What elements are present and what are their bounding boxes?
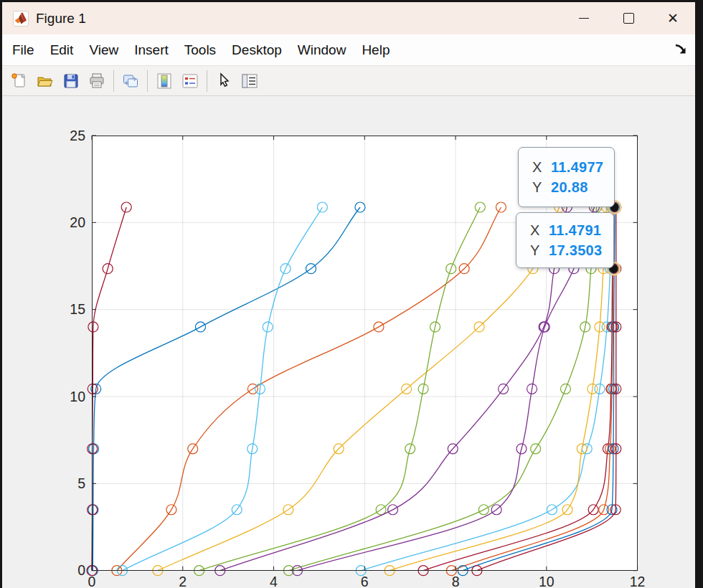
link-plot-button[interactable]	[118, 70, 143, 93]
save-figure-icon	[62, 72, 80, 90]
x-tick-label: 4	[270, 574, 278, 588]
y-tick-label: 20	[70, 214, 85, 230]
toolbar-separator	[207, 70, 207, 92]
x-tick-label: 6	[361, 574, 369, 588]
menu-item-desktop[interactable]: Desktop	[224, 35, 290, 65]
datatip-2[interactable]: X11.4791Y17.3503	[516, 212, 614, 268]
edit-plot-icon	[214, 72, 233, 90]
close-button[interactable]: ✕	[651, 2, 695, 34]
menu-item-tools[interactable]: Tools	[176, 35, 224, 65]
datatip-coord-label: Y	[530, 242, 549, 259]
toolbar-separator	[147, 70, 148, 92]
x-tick-label: 2	[179, 574, 187, 588]
y-tick-label: 5	[77, 475, 85, 491]
print-figure-button[interactable]	[84, 70, 110, 93]
menu-item-help[interactable]: Help	[354, 35, 397, 65]
dock-figure-arrow-icon[interactable]	[674, 43, 688, 57]
open-file-button[interactable]	[32, 70, 58, 93]
x-tick-label: 0	[88, 574, 96, 588]
toolbar-separator	[113, 70, 114, 92]
figure-toolbar	[2, 66, 695, 96]
window-title: Figure 1	[36, 11, 86, 27]
edit-plot-button[interactable]	[211, 70, 237, 93]
datatip-row: Y17.3503	[530, 242, 613, 259]
insert-legend-icon	[181, 72, 199, 90]
open-file-icon	[36, 72, 55, 90]
insert-legend-button[interactable]	[177, 70, 203, 93]
datatip-coord-label: X	[530, 222, 549, 239]
datatip-row: X11.4977	[532, 159, 614, 176]
new-figure-icon	[10, 72, 29, 90]
menubar: FileEditViewInsertToolsDesktopWindowHelp	[2, 34, 695, 66]
y-tick-label: 15	[70, 301, 85, 317]
datatip-coord-label: X	[532, 159, 551, 176]
menu-item-window[interactable]: Window	[290, 35, 354, 65]
property-editor-icon	[240, 72, 259, 90]
y-tick-label: 25	[70, 128, 85, 143]
x-tick-label: 12	[630, 574, 646, 588]
link-plot-icon	[121, 72, 140, 90]
maximize-button[interactable]	[606, 2, 651, 34]
insert-colorbar-icon	[155, 72, 174, 90]
x-tick-label: 10	[539, 574, 555, 588]
figure-window: Figure 1 ✕ FileEditViewInsertToolsDeskto…	[2, 2, 695, 588]
datatip-coord-label: Y	[532, 179, 551, 196]
minimize-button[interactable]	[562, 2, 606, 34]
datatip-row: Y20.88	[532, 179, 614, 196]
datatip-1[interactable]: X11.4977Y20.88	[518, 147, 615, 207]
figure-content: 0246810120510152025 X11.4977Y20.88X11.47…	[2, 96, 695, 588]
insert-colorbar-button[interactable]	[151, 70, 177, 93]
datatip-row: X11.4791	[530, 222, 613, 239]
y-tick-label: 0	[77, 562, 85, 578]
y-tick-label: 10	[70, 389, 85, 404]
print-figure-icon	[88, 72, 106, 90]
datatip-coord-value: 11.4791	[549, 222, 601, 239]
datatip-coord-value: 17.3503	[549, 242, 602, 259]
menu-item-edit[interactable]: Edit	[42, 35, 82, 65]
titlebar[interactable]: Figure 1 ✕	[2, 2, 695, 34]
menu-item-insert[interactable]: Insert	[126, 35, 176, 65]
menu-item-view[interactable]: View	[81, 35, 126, 65]
x-tick-label: 8	[452, 574, 460, 588]
menu-item-file[interactable]: File	[2, 35, 42, 65]
datatip-coord-value: 20.88	[551, 179, 588, 196]
save-figure-button[interactable]	[58, 70, 84, 93]
window-controls: ✕	[562, 2, 695, 34]
property-editor-button[interactable]	[237, 70, 263, 93]
datatip-coord-value: 11.4977	[551, 159, 603, 176]
matlab-logo-icon	[13, 11, 29, 27]
new-figure-button[interactable]	[6, 70, 32, 93]
